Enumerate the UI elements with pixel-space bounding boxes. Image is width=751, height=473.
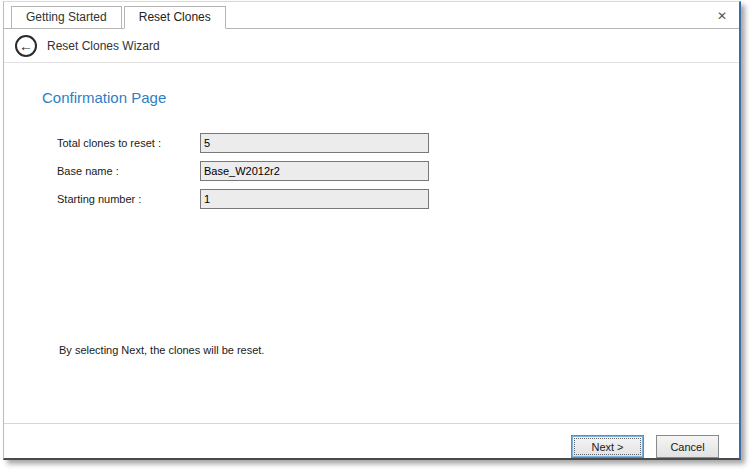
starting-number-label: Starting number :: [57, 189, 141, 209]
back-button[interactable]: ←: [15, 35, 37, 57]
base-name-input[interactable]: [200, 161, 429, 181]
wizard-title: Reset Clones Wizard: [47, 39, 160, 53]
close-icon[interactable]: ✕: [714, 8, 730, 24]
page-title: Confirmation Page: [42, 89, 166, 106]
confirmation-page: Confirmation Page Total clones to reset …: [4, 65, 739, 458]
wizard-header: ← Reset Clones Wizard: [4, 29, 739, 63]
total-clones-input[interactable]: [200, 133, 429, 153]
footer-separator: [4, 423, 739, 424]
wizard-window: Getting StartedReset Clones ✕ ← Reset Cl…: [3, 1, 741, 460]
tab-reset-clones[interactable]: Reset Clones: [124, 6, 226, 29]
tab-bar: Getting StartedReset Clones ✕: [4, 2, 739, 29]
confirmation-note: By selecting Next, the clones will be re…: [59, 344, 264, 356]
cancel-button[interactable]: Cancel: [656, 435, 719, 458]
back-arrow-icon: ←: [19, 39, 33, 53]
tab-getting-started[interactable]: Getting Started: [11, 6, 122, 29]
next-button[interactable]: Next >: [571, 435, 644, 458]
base-name-label: Base name :: [57, 161, 119, 181]
total-clones-label: Total clones to reset :: [57, 133, 161, 153]
starting-number-input[interactable]: [200, 189, 429, 209]
